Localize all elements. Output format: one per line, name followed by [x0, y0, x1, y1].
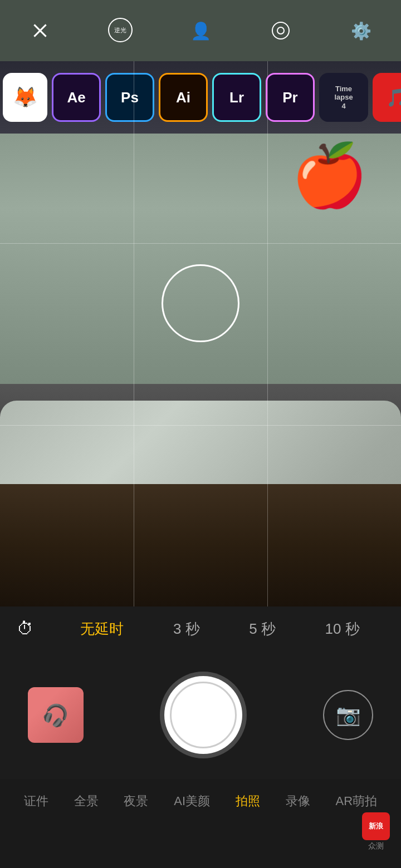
- tab-photo[interactable]: 拍照: [230, 788, 266, 814]
- table-surface: [0, 484, 401, 606]
- timer-row: ⏱ 无延时 3 秒 5 秒 10 秒: [0, 606, 401, 651]
- apple-logo-icon: 🍎: [291, 145, 368, 206]
- timer-3s[interactable]: 3 秒: [173, 619, 200, 639]
- app-icon-timelapse: Timelapse4: [319, 73, 368, 122]
- shutter-button-inner: [170, 682, 237, 748]
- app-icon-music: 🎵: [373, 73, 401, 122]
- tab-video[interactable]: 录像: [280, 788, 316, 814]
- person-add-icon: 👤: [190, 21, 211, 41]
- person-add-button[interactable]: 👤: [184, 14, 217, 47]
- camera-app: 逆光 👤 ⚙️ 🦊 Ae Ps Ai Lr Pr Timelapse4 🎵: [0, 0, 401, 868]
- watermark: 新浪 众测: [362, 812, 390, 851]
- scene-app-icons: 🦊 Ae Ps Ai Lr Pr Timelapse4 🎵: [0, 61, 401, 134]
- target-icon: [272, 22, 290, 40]
- gear-icon: ⚙️: [351, 21, 371, 41]
- watermark-text: 众测: [368, 841, 384, 851]
- tab-night[interactable]: 夜景: [118, 788, 154, 814]
- flip-camera-icon: 📷: [336, 703, 361, 727]
- app-icon-ps: Ps: [105, 73, 154, 122]
- viewfinder: 逆光 👤 ⚙️ 🦊 Ae Ps Ai Lr Pr Timelapse4 🎵: [0, 0, 401, 606]
- focus-target-button[interactable]: [264, 14, 297, 47]
- timer-10s[interactable]: 10 秒: [325, 619, 360, 639]
- timer-no-delay[interactable]: 无延时: [80, 619, 124, 639]
- mode-tabs: 证件 全景 夜景 AI美颜 拍照 录像 AR萌拍: [0, 779, 401, 823]
- timer-options: 无延时 3 秒 5 秒 10 秒: [56, 619, 384, 639]
- flash-off-button[interactable]: [23, 14, 57, 47]
- timer-icon-wrap: ⏱: [17, 619, 56, 638]
- app-icon-ae: Ae: [52, 73, 101, 122]
- timer-clock-icon: ⏱: [17, 619, 33, 638]
- tab-panorama[interactable]: 全景: [69, 788, 104, 814]
- flip-camera-button[interactable]: 📷: [323, 690, 373, 740]
- mascot-icon: 🦊: [3, 73, 47, 122]
- shutter-area: 🎧 📷: [0, 651, 401, 779]
- app-icon-pr: Pr: [266, 73, 315, 122]
- backlight-label: 逆光: [114, 26, 126, 34]
- tab-ar[interactable]: AR萌拍: [330, 788, 383, 814]
- gallery-thumbnail[interactable]: 🎧: [28, 687, 84, 743]
- earphone-icon: 🎧: [39, 699, 72, 732]
- timer-5s[interactable]: 5 秒: [249, 619, 276, 639]
- backlight-icon: 逆光: [108, 18, 133, 42]
- focus-circle: [162, 264, 239, 342]
- app-icon-ai: Ai: [159, 73, 208, 122]
- tab-ai-beauty[interactable]: AI美颜: [168, 788, 216, 814]
- app-icon-lr: Lr: [212, 73, 261, 122]
- backlight-button[interactable]: 逆光: [104, 14, 137, 47]
- sina-logo-text: 新浪: [369, 821, 383, 831]
- sina-logo: 新浪: [362, 812, 390, 840]
- tab-id-photo[interactable]: 证件: [18, 788, 54, 814]
- flash-off-icon: [32, 22, 48, 39]
- shutter-button[interactable]: [164, 676, 242, 754]
- settings-button[interactable]: ⚙️: [344, 14, 378, 47]
- top-bar: 逆光 👤 ⚙️: [0, 0, 401, 61]
